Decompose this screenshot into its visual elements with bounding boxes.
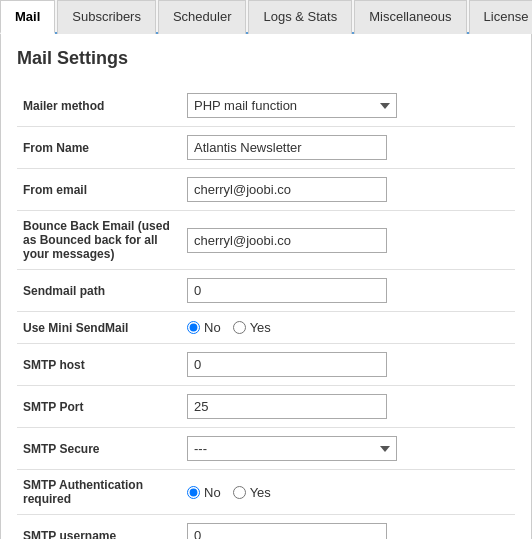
mini-sendmail-no-radio[interactable]: [187, 321, 200, 334]
smtp-auth-cell: No Yes: [177, 470, 515, 515]
table-row: SMTP username: [17, 515, 515, 540]
smtp-auth-yes-radio[interactable]: [233, 486, 246, 499]
tab-subscribers[interactable]: Subscribers: [57, 0, 156, 34]
tab-miscellaneous[interactable]: Miscellaneous: [354, 0, 466, 34]
mini-sendmail-no-text: No: [204, 320, 221, 335]
table-row: Sendmail path: [17, 270, 515, 312]
tab-license[interactable]: License: [469, 0, 532, 34]
smtp-secure-cell: ---: [177, 428, 515, 470]
table-row: SMTP Secure ---: [17, 428, 515, 470]
mailer-method-label: Mailer method: [17, 85, 177, 127]
smtp-secure-label: SMTP Secure: [17, 428, 177, 470]
smtp-port-label: SMTP Port: [17, 386, 177, 428]
table-row: Mailer method PHP mail function: [17, 85, 515, 127]
table-row: Use Mini SendMail No Yes: [17, 312, 515, 344]
smtp-secure-select[interactable]: ---: [187, 436, 397, 461]
use-mini-sendmail-cell: No Yes: [177, 312, 515, 344]
use-mini-sendmail-label: Use Mini SendMail: [17, 312, 177, 344]
from-email-input[interactable]: [187, 177, 387, 202]
table-row: SMTP host: [17, 344, 515, 386]
bounce-back-input[interactable]: [187, 228, 387, 253]
table-row: SMTP Port: [17, 386, 515, 428]
mini-sendmail-yes-label[interactable]: Yes: [233, 320, 271, 335]
tab-scheduler[interactable]: Scheduler: [158, 0, 247, 34]
smtp-host-label: SMTP host: [17, 344, 177, 386]
smtp-auth-no-label[interactable]: No: [187, 485, 221, 500]
mailer-method-cell: PHP mail function: [177, 85, 515, 127]
sendmail-path-label: Sendmail path: [17, 270, 177, 312]
from-email-label: From email: [17, 169, 177, 211]
smtp-username-input[interactable]: [187, 523, 387, 539]
table-row: From email: [17, 169, 515, 211]
mini-sendmail-yes-text: Yes: [250, 320, 271, 335]
from-name-input[interactable]: [187, 135, 387, 160]
smtp-auth-no-text: No: [204, 485, 221, 500]
smtp-auth-label: SMTP Authentication required: [17, 470, 177, 515]
smtp-username-label: SMTP username: [17, 515, 177, 540]
smtp-auth-radios: No Yes: [187, 485, 509, 500]
sendmail-path-cell: [177, 270, 515, 312]
use-mini-sendmail-radios: No Yes: [187, 320, 509, 335]
from-name-cell: [177, 127, 515, 169]
smtp-host-cell: [177, 344, 515, 386]
bounce-back-label: Bounce Back Email (used as Bounced back …: [17, 211, 177, 270]
tab-logs-stats[interactable]: Logs & Stats: [248, 0, 352, 34]
smtp-username-cell: [177, 515, 515, 540]
from-email-cell: [177, 169, 515, 211]
from-name-label: From Name: [17, 127, 177, 169]
mini-sendmail-yes-radio[interactable]: [233, 321, 246, 334]
smtp-host-input[interactable]: [187, 352, 387, 377]
page-title: Mail Settings: [17, 48, 515, 69]
smtp-auth-yes-text: Yes: [250, 485, 271, 500]
tab-bar: Mail Subscribers Scheduler Logs & Stats …: [0, 0, 532, 34]
settings-form: Mailer method PHP mail function From Nam…: [17, 85, 515, 539]
table-row: SMTP Authentication required No Yes: [17, 470, 515, 515]
table-row: From Name: [17, 127, 515, 169]
table-row: Bounce Back Email (used as Bounced back …: [17, 211, 515, 270]
mini-sendmail-no-label[interactable]: No: [187, 320, 221, 335]
smtp-auth-no-radio[interactable]: [187, 486, 200, 499]
sendmail-path-input[interactable]: [187, 278, 387, 303]
mailer-method-select[interactable]: PHP mail function: [187, 93, 397, 118]
smtp-port-input[interactable]: [187, 394, 387, 419]
bounce-back-cell: [177, 211, 515, 270]
tab-mail[interactable]: Mail: [0, 0, 55, 34]
smtp-port-cell: [177, 386, 515, 428]
content-area: Mail Settings Mailer method PHP mail fun…: [0, 34, 532, 539]
smtp-auth-yes-label[interactable]: Yes: [233, 485, 271, 500]
